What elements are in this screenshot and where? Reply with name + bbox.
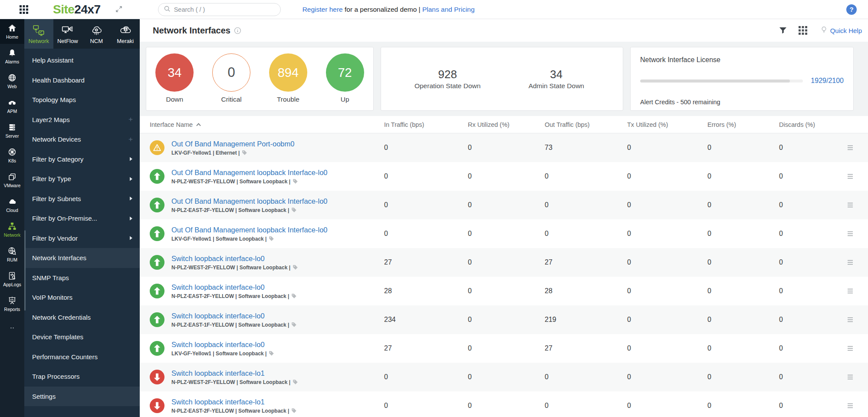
sidebar-menu-item[interactable]: SNMP Traps [24, 268, 140, 288]
sidebar-menu-item[interactable]: Filter by On-Premise... [24, 208, 140, 228]
sidebar-menu-item[interactable]: Layer2 Maps + [24, 110, 140, 130]
column-discards[interactable]: Discards (%) [779, 121, 846, 128]
row-menu-icon[interactable] [847, 173, 854, 179]
sidebar-menu-item[interactable]: Trap Processors [24, 367, 140, 387]
row-menu-icon[interactable] [847, 202, 854, 208]
table-row[interactable]: Switch loopback interface-lo0 N-PLZ-EAST… [140, 305, 868, 334]
rail-item[interactable]: RUM [0, 242, 24, 267]
plans-pricing-link[interactable]: Plans and Pricing [422, 6, 475, 13]
site24x7-logo[interactable]: Site24x7 [53, 3, 101, 17]
sidebar-menu-item[interactable]: Network Interfaces [24, 248, 140, 268]
table-row[interactable]: Out Of Band Management loopback Interfac… [140, 191, 868, 219]
column-tx-utilized[interactable]: Tx Utilized (%) [627, 121, 707, 128]
tag-icon[interactable] [291, 293, 297, 299]
rail-item[interactable]: VMware [0, 168, 24, 192]
table-row[interactable]: Switch loopback interface-lo0 N-PLZ-WEST… [140, 248, 868, 277]
sidebar-menu-item[interactable]: Topology Maps [24, 90, 140, 110]
sidebar-scrollbar[interactable] [24, 230, 26, 311]
row-menu-icon[interactable] [847, 403, 854, 409]
row-menu-icon[interactable] [847, 317, 854, 323]
help-icon[interactable]: ? [846, 4, 857, 15]
rail-item[interactable]: Cloud [0, 192, 24, 217]
license-usage[interactable]: 1929/2100 [811, 77, 844, 85]
status-count-block[interactable]: 894 Trouble [269, 53, 307, 103]
status-count-block[interactable]: 0 Critical [212, 53, 250, 103]
tag-icon[interactable] [269, 236, 274, 242]
status-count-block[interactable]: 72 Up [326, 53, 364, 103]
table-row[interactable]: Switch loopback interface-lo0 LKV-GF-Yel… [140, 334, 868, 363]
column-errors[interactable]: Errors (%) [707, 121, 779, 128]
column-out-traffic[interactable]: Out Traffic (bps) [545, 121, 627, 128]
quick-help-button[interactable]: Quick Help [818, 26, 862, 35]
rail-item[interactable]: Reports [0, 291, 24, 316]
rail-item[interactable]: AppLogs [0, 267, 24, 291]
table-row[interactable]: Switch loopback interface-lo0 N-PLZ-EAST… [140, 277, 868, 305]
row-menu-icon[interactable] [847, 288, 854, 294]
rail-item[interactable] [0, 316, 24, 341]
sidebar-menu-item[interactable]: Filter by Type [24, 169, 140, 189]
grid-view-icon[interactable] [799, 26, 807, 35]
rail-item[interactable]: Server [0, 118, 24, 143]
sidebar-menu-item[interactable]: Device Templates [24, 327, 140, 347]
interface-link[interactable]: Switch loopback interface-lo0 [171, 283, 297, 292]
rail-item[interactable]: Network [0, 217, 24, 242]
table-row[interactable]: Out Of Band Management loopback Interfac… [140, 219, 868, 248]
expand-icon[interactable] [115, 5, 124, 14]
info-icon[interactable] [234, 27, 241, 34]
apps-grid-icon[interactable] [17, 3, 30, 16]
column-interface-name[interactable]: Interface Name [150, 121, 384, 128]
interface-link[interactable]: Switch loopback interface-lo1 [171, 397, 297, 407]
row-menu-icon[interactable] [847, 345, 854, 351]
sidebar-menu-item[interactable]: Performance Counters [24, 347, 140, 367]
tag-icon[interactable] [291, 207, 297, 213]
tag-icon[interactable] [269, 351, 274, 356]
tag-icon[interactable] [291, 322, 297, 328]
status-circle[interactable]: 894 [269, 53, 307, 92]
register-here-link[interactable]: Register here [302, 6, 343, 13]
interface-link[interactable]: Out Of Band Management loopback Interfac… [171, 168, 328, 177]
sidebar-menu-item[interactable]: Filter by Subnets [24, 189, 140, 209]
interface-link[interactable]: Out Of Band Management Port-oobm0 [171, 139, 294, 149]
sidebar-menu-item[interactable]: Filter by Vendor [24, 228, 140, 248]
tag-icon[interactable] [293, 379, 298, 385]
rail-item[interactable]: Home [0, 19, 24, 44]
rail-item[interactable]: Web [0, 69, 24, 93]
table-row[interactable]: Switch loopback interface-lo1 N-PLZ-EAST… [140, 391, 868, 417]
status-circle[interactable]: 34 [155, 53, 194, 92]
tag-icon[interactable] [242, 150, 247, 156]
status-count-block[interactable]: 34 Down [155, 53, 194, 103]
interface-link[interactable]: Out Of Band Management loopback Interfac… [171, 197, 328, 206]
status-circle[interactable]: 72 [326, 53, 364, 92]
table-row[interactable]: Switch loopback interface-lo1 N-PLZ-WEST… [140, 363, 868, 391]
search-input[interactable] [174, 6, 275, 13]
filter-icon[interactable] [779, 26, 787, 35]
column-rx-utilized[interactable]: Rx Utilized (%) [468, 121, 545, 128]
sidebar-tab[interactable]: Network [24, 19, 53, 49]
global-search[interactable] [158, 3, 281, 16]
sidebar-tab[interactable]: Meraki [111, 19, 140, 49]
interface-link[interactable]: Switch loopback interface-lo0 [171, 254, 298, 263]
rail-item[interactable]: Alarms [0, 44, 24, 69]
row-menu-icon[interactable] [847, 259, 854, 265]
tag-icon[interactable] [293, 179, 298, 184]
row-menu-icon[interactable] [847, 374, 854, 380]
table-row[interactable]: Out Of Band Management Port-oobm0 LKV-GF… [140, 133, 868, 162]
row-menu-icon[interactable] [847, 231, 854, 237]
sidebar-menu-item[interactable]: Network Devices + [24, 129, 140, 149]
plus-icon[interactable]: + [128, 115, 133, 124]
interface-link[interactable]: Out Of Band Management loopback Interfac… [171, 225, 328, 235]
tag-icon[interactable] [291, 408, 297, 414]
tag-icon[interactable] [293, 265, 298, 270]
state-stat[interactable]: 928 Operation State Down [393, 68, 502, 90]
sidebar-menu-item[interactable]: Filter by Category [24, 149, 140, 169]
sidebar-tab[interactable]: NetFlow [53, 19, 82, 49]
table-row[interactable]: Out Of Band Management loopback Interfac… [140, 162, 868, 191]
sidebar-menu-item[interactable]: VoIP Monitors [24, 288, 140, 308]
interface-link[interactable]: Switch loopback interface-lo0 [171, 311, 297, 321]
row-menu-icon[interactable] [847, 145, 854, 151]
sidebar-menu-item[interactable]: Settings [24, 387, 140, 407]
sidebar-tab[interactable]: NCM [82, 19, 111, 49]
sidebar-menu-item[interactable]: Network Credentials [24, 308, 140, 328]
plus-icon[interactable]: + [128, 135, 133, 144]
column-in-traffic[interactable]: In Traffic (bps) [384, 121, 468, 128]
